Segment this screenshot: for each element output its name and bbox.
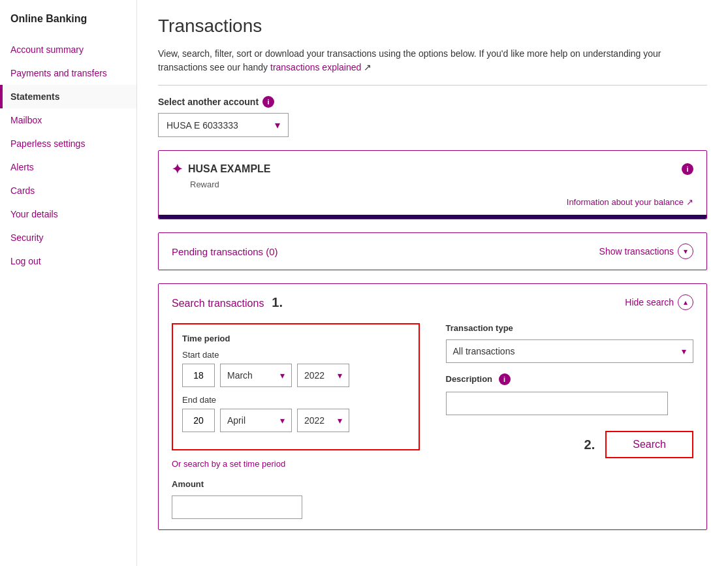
account-selector-label: Select another account i: [158, 96, 707, 108]
balance-link-text: Information about your balance: [567, 197, 684, 207]
search-left-column: Time period Start date March ▾ 2022 ▾: [172, 323, 420, 519]
sidebar-title: Online Banking: [0, 13, 136, 38]
sidebar-item-security[interactable]: Security: [0, 226, 136, 249]
account-card-info-icon[interactable]: i: [682, 163, 693, 175]
transactions-explained-link[interactable]: transactions explained: [270, 62, 361, 72]
transaction-type-dropdown[interactable]: All transactions ▾: [446, 339, 694, 363]
start-date-row: March ▾ 2022 ▾: [182, 364, 409, 387]
step-2-indicator: 2.: [584, 437, 595, 452]
start-date-label: Start date: [182, 350, 409, 360]
start-year-select[interactable]: 2022 ▾: [297, 364, 349, 387]
sidebar-item-account-summary[interactable]: Account summary: [0, 38, 136, 61]
end-month-chevron: ▾: [280, 415, 285, 426]
description-label-text: Description: [446, 374, 493, 384]
transaction-type-value: All transactions: [453, 346, 515, 356]
account-dropdown[interactable]: HUSA E 6033333 ▾: [158, 113, 289, 137]
start-month-select[interactable]: March ▾: [220, 364, 292, 387]
start-day-input[interactable]: [182, 364, 215, 387]
sidebar-item-log-out[interactable]: Log out: [0, 249, 136, 273]
description-info-icon[interactable]: i: [499, 373, 511, 385]
pending-transactions-section: Pending transactions (0) Show transactio…: [158, 232, 707, 270]
page-description: View, search, filter, sort or download y…: [158, 47, 707, 86]
time-period-label: Time period: [182, 334, 409, 343]
end-date-label: End date: [182, 395, 409, 405]
end-year-select[interactable]: 2022 ▾: [297, 409, 349, 432]
show-transactions-label: Show transactions: [599, 246, 674, 257]
amount-input[interactable]: [172, 495, 302, 519]
start-month-value: March: [227, 370, 253, 381]
search-right-column: Transaction type All transactions ▾ Desc…: [446, 323, 694, 519]
pending-title: Pending transactions (0): [172, 246, 278, 257]
end-month-value: April: [227, 415, 245, 426]
sidebar-item-your-details[interactable]: Your details: [0, 202, 136, 226]
sidebar: Online Banking Account summary Payments …: [0, 0, 137, 566]
set-time-period-link[interactable]: Or search by a set time period: [172, 459, 285, 469]
time-period-box: Time period Start date March ▾ 2022 ▾: [172, 323, 420, 450]
hide-search-chevron: ▴: [678, 294, 693, 310]
end-year-chevron: ▾: [338, 415, 342, 426]
sidebar-item-alerts[interactable]: Alerts: [0, 155, 136, 179]
sidebar-item-statements[interactable]: Statements: [0, 85, 136, 108]
step-1-indicator: 1.: [272, 295, 283, 309]
account-dropdown-chevron: ▾: [275, 119, 280, 131]
external-link-icon: ↗: [364, 62, 372, 72]
amount-section: Amount: [172, 479, 420, 519]
account-card-bar: [159, 215, 706, 219]
page-title: Transactions: [158, 16, 707, 37]
description-input[interactable]: [446, 392, 668, 415]
start-year-chevron: ▾: [338, 370, 342, 381]
search-section-title-group: Search transactions 1.: [172, 295, 283, 310]
description-section: Description i: [446, 373, 694, 415]
transaction-type-chevron: ▾: [682, 346, 686, 356]
show-transactions-button[interactable]: Show transactions ▾: [599, 244, 693, 259]
account-card-type: Reward: [190, 180, 693, 189]
end-day-input[interactable]: [182, 409, 215, 432]
account-dropdown-value: HUSA E 6033333: [166, 120, 238, 131]
end-month-select[interactable]: April ▾: [220, 409, 292, 432]
hide-search-button[interactable]: Hide search ▴: [625, 294, 693, 310]
main-content: Transactions View, search, filter, sort …: [137, 0, 728, 566]
amount-label: Amount: [172, 479, 420, 489]
sidebar-item-paperless-settings[interactable]: Paperless settings: [0, 132, 136, 155]
account-name-text: HUSA EXAMPLE: [188, 163, 271, 175]
hide-search-label: Hide search: [625, 297, 674, 307]
show-transactions-chevron: ▾: [678, 244, 693, 259]
account-card-header: ✦ HUSA EXAMPLE i: [172, 161, 693, 177]
search-transactions-section: Search transactions 1. Hide search ▴ Tim…: [158, 283, 707, 530]
search-button[interactable]: Search: [605, 431, 693, 458]
account-flower-icon: ✦: [172, 161, 183, 177]
start-month-chevron: ▾: [280, 370, 285, 381]
transaction-type-label: Transaction type: [446, 323, 694, 333]
search-section-header: Search transactions 1. Hide search ▴: [172, 294, 693, 310]
account-card-name: ✦ HUSA EXAMPLE: [172, 161, 271, 177]
description-text: View, search, filter, sort or download y…: [158, 48, 661, 72]
search-section-title: Search transactions: [172, 298, 264, 309]
search-form: Time period Start date March ▾ 2022 ▾: [172, 323, 693, 519]
account-selector-section: Select another account i HUSA E 6033333 …: [158, 96, 707, 137]
account-selector-info-icon[interactable]: i: [262, 96, 274, 108]
transaction-type-section: Transaction type All transactions ▾: [446, 323, 694, 363]
sidebar-item-payments-transfers[interactable]: Payments and transfers: [0, 61, 136, 85]
account-card: ✦ HUSA EXAMPLE i Reward Information abou…: [158, 150, 707, 219]
sidebar-item-cards[interactable]: Cards: [0, 179, 136, 202]
balance-link-icon: ↗: [686, 197, 693, 207]
start-year-value: 2022: [304, 370, 324, 381]
end-date-row: April ▾ 2022 ▾: [182, 409, 409, 432]
description-label: Description i: [446, 373, 694, 385]
sidebar-item-mailbox[interactable]: Mailbox: [0, 108, 136, 132]
account-selector-label-text: Select another account: [158, 97, 259, 107]
search-actions: 2. Search: [446, 431, 694, 458]
end-year-value: 2022: [304, 415, 324, 426]
account-balance-link[interactable]: Information about your balance ↗: [172, 197, 693, 207]
